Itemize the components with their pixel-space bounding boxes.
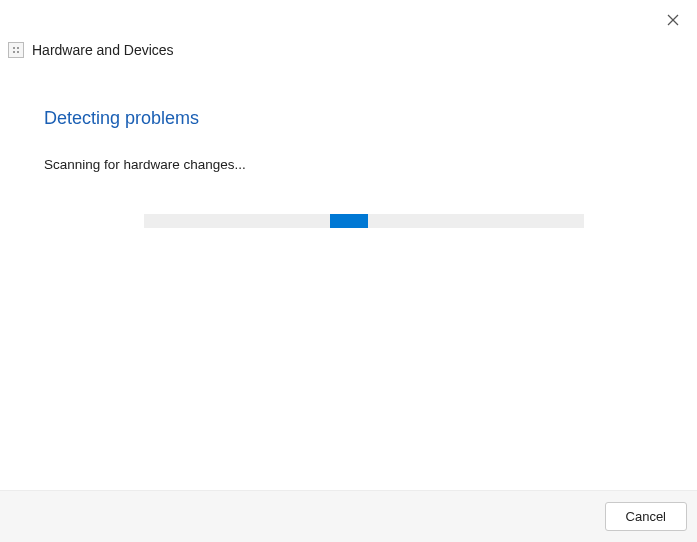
svg-rect-5 [13, 51, 15, 53]
footer: Cancel [0, 490, 697, 542]
svg-rect-2 [11, 45, 21, 55]
page-heading: Detecting problems [44, 108, 697, 129]
progress-bar [144, 214, 584, 228]
svg-rect-4 [17, 47, 19, 49]
close-icon [667, 14, 679, 26]
svg-rect-6 [17, 51, 19, 53]
close-button[interactable] [661, 8, 685, 32]
main-content: Detecting problems Scanning for hardware… [0, 58, 697, 228]
window-title: Hardware and Devices [32, 42, 174, 58]
progress-indicator [330, 214, 368, 228]
header: Hardware and Devices [0, 0, 697, 58]
troubleshooter-icon [8, 42, 24, 58]
svg-rect-3 [13, 47, 15, 49]
cancel-button[interactable]: Cancel [605, 502, 687, 531]
status-text: Scanning for hardware changes... [44, 157, 697, 172]
